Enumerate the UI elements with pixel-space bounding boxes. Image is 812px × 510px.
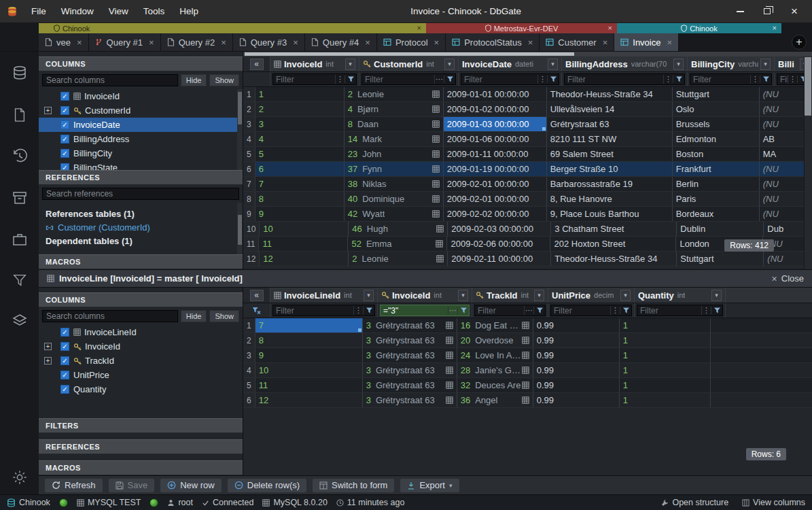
table-row[interactable]: 12122Leonie2009-02-11 00:00:00Theodor-He…	[243, 252, 812, 267]
open-reference-icon[interactable]	[432, 210, 440, 218]
filter-input[interactable]: Filter⋯	[361, 73, 456, 85]
cell-invoicedate[interactable]: 2009-01-19 00:00:00	[444, 162, 547, 176]
table-row[interactable]: 283Grétrystraat 6320Overdose0.991	[243, 333, 812, 348]
row-number[interactable]: 4	[243, 363, 255, 377]
cell-invoicedate[interactable]: 2009-01-06 00:00:00	[444, 132, 547, 146]
cell-billingaddress[interactable]: 3 Chatham Street	[551, 222, 677, 236]
filters-section-header[interactable]: FILTERS	[39, 418, 243, 433]
column-menu-dropdown[interactable]: ▾	[711, 290, 722, 301]
cell-invoicedate[interactable]: 2009-02-03 00:00:00	[448, 222, 551, 236]
cell-invoiceid[interactable]: 3Grétrystraat 63	[363, 333, 457, 347]
funnel-icon[interactable]	[547, 75, 559, 83]
column-menu-dropdown[interactable]: ▾	[620, 290, 631, 301]
show-button[interactable]: Show	[209, 310, 239, 322]
open-reference-icon[interactable]	[432, 150, 440, 158]
cell-billingaddress[interactable]: 8, Rue Hanovre	[547, 192, 673, 206]
row-number[interactable]: 8	[243, 192, 255, 206]
column-checkbox[interactable]: ✓	[60, 106, 69, 115]
open-reference-icon[interactable]	[432, 90, 440, 98]
expand-plus-icon[interactable]: +	[44, 107, 52, 114]
expand-plus-icon[interactable]: +	[44, 357, 60, 364]
cell-unitprice[interactable]: 0.99	[533, 363, 620, 377]
column-tree-item-billingaddress[interactable]: ✓BillingAddress	[39, 132, 243, 146]
funnel-icon[interactable]	[533, 307, 545, 314]
filter-menu-icon[interactable]: ⋮	[610, 306, 620, 315]
cell-invoicedate[interactable]: 2009-02-02 00:00:00	[444, 207, 547, 221]
export-button[interactable]: Export ▾	[400, 478, 459, 493]
column-header-quantity[interactable]: Quantityint▾	[635, 288, 726, 303]
restore-button[interactable]	[754, 0, 781, 22]
row-number[interactable]: 9	[243, 207, 255, 221]
open-reference-icon[interactable]	[432, 180, 440, 188]
cell-billingcity[interactable]: Stuttgart	[673, 87, 760, 101]
column-header-invoicelineid[interactable]: InvoiceLineIdint▾	[270, 288, 378, 303]
columns-section-header[interactable]: COLUMNS	[39, 56, 243, 71]
column-checkbox[interactable]: ✓	[60, 163, 69, 170]
column-menu-dropdown[interactable]: ▾	[444, 58, 455, 70]
cell-billingaddress[interactable]: 69 Salem Street	[547, 147, 673, 161]
filter-menu-icon[interactable]: ⋮	[750, 75, 760, 84]
column-checkbox[interactable]: ✓	[60, 135, 69, 143]
settings-gear-icon[interactable]	[12, 470, 27, 485]
filter-input[interactable]: Filter⋮	[272, 305, 375, 316]
table-row[interactable]: 338Daan2009-01-03 00:00:00Grétrystraat 6…	[243, 117, 812, 132]
open-structure-button[interactable]: Open structure	[661, 498, 728, 507]
filter-menu-icon[interactable]: ⋮	[788, 75, 797, 84]
search-columns-input[interactable]: Search columns	[42, 310, 178, 322]
cell-invoicelineid[interactable]: 11	[255, 378, 363, 392]
close-detail-button[interactable]: × Close	[772, 273, 804, 284]
cell-invoicelineid[interactable]: 10	[255, 363, 363, 377]
cell-unitprice[interactable]: 0.99	[533, 393, 620, 407]
column-menu-dropdown[interactable]: ▾	[673, 58, 684, 70]
filter-menu-icon[interactable]: ⋮	[701, 306, 711, 315]
hide-button[interactable]: Hide	[181, 74, 207, 86]
expand-plus-icon[interactable]: +	[44, 107, 60, 114]
cell-trackid[interactable]: 20Overdose	[457, 333, 533, 347]
cell-trackid[interactable]: 16Dog Eat Dog	[457, 318, 533, 333]
open-reference-icon[interactable]	[446, 352, 453, 359]
cell-trackid[interactable]: 28Janie's Got A	[457, 363, 533, 377]
cell-invoiceid[interactable]: 12	[260, 252, 349, 266]
open-reference-icon[interactable]	[446, 396, 453, 404]
tab-query-4[interactable]: Query #4×	[305, 33, 377, 51]
column-tree-item-quantity[interactable]: ✓Quantity	[39, 382, 243, 396]
open-reference-icon[interactable]	[522, 381, 529, 389]
open-reference-icon[interactable]	[432, 120, 440, 128]
filter-input[interactable]: Filter⋮	[690, 73, 772, 85]
filter-input[interactable]: ="3"⋯	[380, 305, 470, 316]
cell-customerid[interactable]: 37Fynn	[345, 162, 444, 176]
cell-customerid[interactable]: 2Leonie	[349, 252, 448, 266]
row-number[interactable]: 2	[243, 102, 255, 116]
row-number[interactable]: 12	[243, 252, 260, 266]
cell-billingaddress[interactable]: Barbarossastraße 19	[547, 177, 673, 191]
plugins-icon[interactable]	[12, 313, 28, 329]
close-window-button[interactable]: ×	[781, 0, 808, 22]
column-tree-item-invoicedate[interactable]: ✓InvoiceDate	[39, 118, 243, 132]
funnel-icon[interactable]	[673, 75, 684, 83]
cell-invoicedate[interactable]: 2009-02-11 00:00:00	[448, 252, 551, 266]
open-reference-icon[interactable]	[522, 337, 529, 344]
cell-billingaddress[interactable]: Theodor-Heuss-Straße 34	[547, 87, 673, 101]
column-tree-item-trackid[interactable]: +✓TrackId	[39, 354, 243, 368]
cell-invoiceid[interactable]: 10	[260, 222, 349, 236]
filter-input[interactable]: Filter⋮	[637, 305, 723, 316]
cell-billingaddress[interactable]: Theodor-Heuss-Straße 34	[551, 252, 677, 266]
cell-invoiceid[interactable]: 3Grétrystraat 63	[363, 393, 457, 407]
cell-invoiceid[interactable]: 2	[255, 102, 345, 116]
filter-input[interactable]: Filter⋮	[461, 73, 559, 85]
cell-billingcity[interactable]: Berlin	[673, 177, 760, 191]
table-row[interactable]: 7738Niklas2009-02-01 00:00:00Barbarossas…	[243, 177, 812, 192]
cell-invoicedate[interactable]: 2009-02-01 00:00:00	[444, 192, 547, 206]
tab-close-icon[interactable]: ×	[149, 37, 154, 48]
collapse-columns-button[interactable]: «	[250, 58, 264, 70]
scrollbar-thumb[interactable]	[805, 57, 811, 116]
column-tree-item-invoicelineid[interactable]: ✓InvoiceLineId	[39, 325, 243, 339]
cell-invoiceid[interactable]: 8	[255, 192, 345, 206]
cell-invoiceid[interactable]: 5	[255, 147, 345, 161]
open-reference-icon[interactable]	[522, 367, 529, 374]
cell-billingcity[interactable]: Edmonton	[673, 132, 760, 146]
cell-invoicedate[interactable]: 2009-02-06 00:00:00	[447, 237, 550, 251]
cell-unitprice[interactable]: 0.99	[533, 333, 620, 347]
column-header-customerid[interactable]: CustomerIdint▾	[359, 56, 459, 71]
cell-billingcity[interactable]: Brussels	[673, 117, 760, 131]
